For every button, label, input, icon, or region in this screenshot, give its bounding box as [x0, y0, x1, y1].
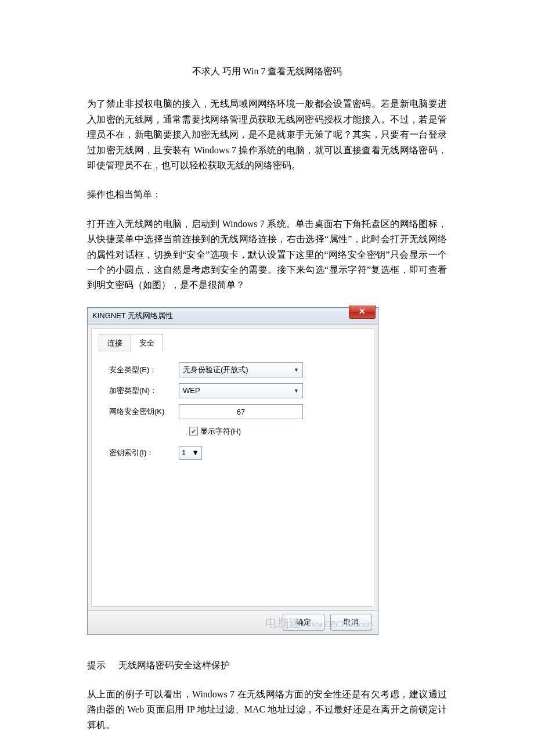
security-type-label: 安全类型(E)：	[109, 363, 179, 376]
paragraph-2: 操作也相当简单：	[87, 187, 447, 202]
network-key-value: 67	[237, 408, 245, 416]
row-encryption-type: 加密类型(N)： WEP ▼	[109, 383, 367, 398]
cancel-button[interactable]: 取消	[330, 614, 372, 631]
dialog-title-text: KINGNET 无线网络属性	[92, 309, 173, 322]
key-index-value: 1	[182, 447, 186, 459]
close-button[interactable]: ✕	[349, 305, 376, 319]
dialog-footer: 确定 取消 电脑迷 www.CPCFAN.com	[88, 610, 378, 634]
chevron-down-icon: ▼	[294, 366, 299, 375]
tip-heading: 无线网络密码安全这样保护	[118, 660, 230, 670]
key-index-label: 密钥索引(I)：	[109, 447, 179, 459]
encryption-type-combobox[interactable]: WEP ▼	[179, 383, 303, 398]
key-index-combobox[interactable]: 1 ▼	[179, 446, 202, 460]
tip-label: 提示	[87, 658, 106, 673]
ok-button[interactable]: 确定	[283, 614, 324, 631]
cancel-button-label: 取消	[344, 618, 359, 627]
article-title: 不求人 巧用 Win 7 查看无线网络密码	[87, 64, 447, 79]
close-icon: ✕	[359, 307, 366, 316]
dialog-body: 连接 安全 安全类型(E)： 无身份验证(开放式) ▼ 加密类型(N)：	[91, 328, 374, 607]
wireless-properties-dialog: KINGNET 无线网络属性 ✕ 连接 安全 安全类型(E)：	[87, 307, 378, 635]
show-characters-label: 显示字符(H)	[200, 425, 241, 437]
chevron-down-icon: ▼	[294, 387, 299, 395]
chevron-down-icon: ▼	[192, 447, 199, 459]
document-page: 不求人 巧用 Win 7 查看无线网络密码 为了禁止非授权电脑的接入，无线局域网…	[0, 0, 534, 756]
paragraph-tip-head: 提示 无线网络密码安全这样保护	[87, 658, 447, 673]
ok-button-label: 确定	[296, 618, 311, 627]
row-security-type: 安全类型(E)： 无身份验证(开放式) ▼	[109, 362, 367, 377]
dialog-titlebar[interactable]: KINGNET 无线网络属性 ✕	[88, 308, 378, 325]
tab-security-label: 安全	[139, 339, 154, 347]
encryption-type-label: 加密类型(N)：	[109, 384, 179, 397]
security-type-combobox[interactable]: 无身份验证(开放式) ▼	[179, 362, 303, 377]
network-key-label: 网络安全密钥(K)	[109, 405, 179, 417]
paragraph-3: 打开连入无线网的电脑，启动到 Windows 7 系统。单击桌面右下角托盘区的网…	[87, 217, 447, 293]
row-key-index: 密钥索引(I)： 1 ▼	[109, 446, 367, 460]
network-key-input[interactable]: 67	[179, 404, 303, 419]
tab-connect[interactable]: 连接	[99, 334, 131, 351]
tab-strip: 连接 安全	[99, 333, 367, 351]
paragraph-5: 从上面的例子可以看出，Windows 7 在无线网络方面的安全性还是有欠考虑，建…	[87, 687, 447, 733]
screenshot-figure: KINGNET 无线网络属性 ✕ 连接 安全 安全类型(E)：	[87, 307, 447, 635]
tab-connect-label: 连接	[107, 339, 122, 347]
show-characters-checkbox[interactable]: ✔	[189, 427, 198, 435]
row-network-key: 网络安全密钥(K) 67	[109, 404, 367, 419]
paragraph-1: 为了禁止非授权电脑的接入，无线局域网网络环境一般都会设置密码。若是新电脑要进入加…	[87, 96, 447, 173]
security-type-value: 无身份验证(开放式)	[183, 363, 248, 376]
row-show-characters: ✔ 显示字符(H)	[189, 425, 367, 437]
encryption-type-value: WEP	[183, 384, 200, 397]
tab-security[interactable]: 安全	[131, 334, 163, 351]
